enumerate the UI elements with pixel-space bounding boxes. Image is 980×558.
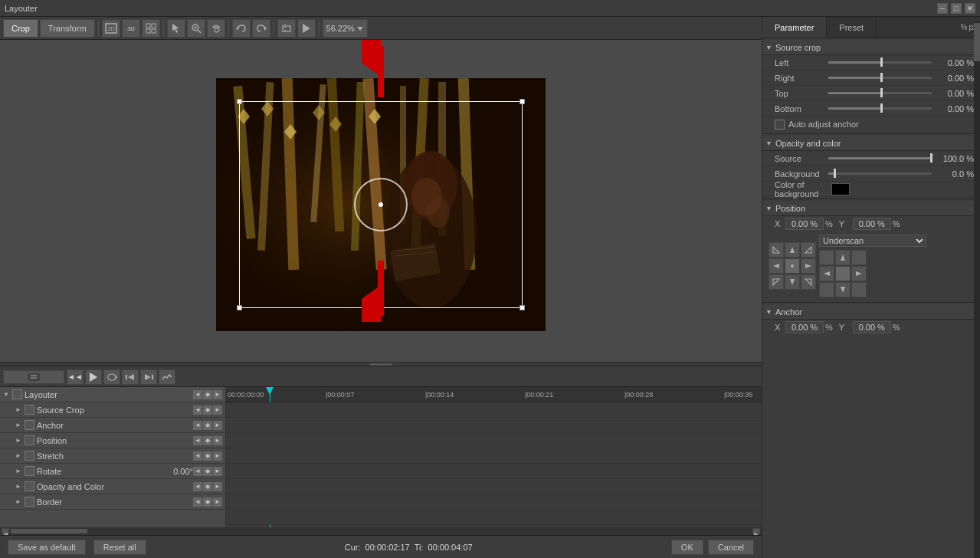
underscan-select[interactable]: Underscan <box>819 235 926 247</box>
auto-adjust-checkbox[interactable] <box>775 120 785 130</box>
layer-ctrl-sc-r[interactable]: ► <box>213 405 222 415</box>
scroll-thumb[interactable] <box>11 529 87 533</box>
expand-icon-pos[interactable]: ► <box>15 437 23 444</box>
nav-tr[interactable] <box>801 242 816 258</box>
btn-loop[interactable] <box>103 369 120 385</box>
cancel-button[interactable]: Cancel <box>708 540 754 555</box>
nav-tl[interactable] <box>769 242 784 258</box>
reset-all-button[interactable]: Reset all <box>93 540 146 555</box>
layer-ctrl-anchor-r[interactable]: ► <box>213 421 222 430</box>
layer-ctrl-sc-l[interactable]: ◄ <box>193 405 202 415</box>
slider-right[interactable] <box>828 73 932 84</box>
right-scrollbar[interactable] <box>974 21 980 558</box>
scroll-right-btn[interactable] <box>752 528 760 534</box>
nav-bl[interactable] <box>769 274 784 290</box>
btn-undo[interactable] <box>232 19 251 38</box>
slider-source[interactable] <box>828 153 932 164</box>
layer-ctrl-sc-d[interactable]: ◆ <box>203 405 212 415</box>
nav-tc[interactable] <box>785 242 800 258</box>
layer-ctrl-left[interactable]: ◄ <box>193 390 202 399</box>
nav-center[interactable] <box>785 258 800 274</box>
section-anchor[interactable]: ▼ Anchor <box>762 304 980 320</box>
nav2-ml[interactable] <box>819 266 834 281</box>
layer-checkbox-rotate[interactable] <box>25 466 34 476</box>
tab-crop[interactable]: Crop <box>3 19 38 38</box>
nav-mr[interactable] <box>801 258 816 274</box>
layer-checkbox-layouter[interactable] <box>12 389 22 399</box>
nav-br[interactable] <box>801 274 816 290</box>
close-btn[interactable]: ✕ <box>965 3 975 14</box>
btn-next[interactable] <box>140 369 157 385</box>
layer-checkbox-anchor[interactable] <box>25 420 34 430</box>
layer-checkbox-border[interactable] <box>25 497 34 507</box>
pos-x-input[interactable] <box>785 218 824 230</box>
nav-ml[interactable] <box>769 258 784 274</box>
minimize-btn[interactable]: ─ <box>937 3 948 14</box>
inner-handle-tr[interactable] <box>519 99 525 104</box>
maximize-btn[interactable]: □ <box>951 3 962 14</box>
expand-icon-sc[interactable]: ► <box>15 406 23 413</box>
expand-icon-opacity[interactable]: ► <box>15 483 23 490</box>
expand-icon-stretch[interactable]: ► <box>15 452 23 459</box>
nav-bc[interactable] <box>785 274 800 290</box>
layer-ctrl-border-r[interactable]: ► <box>213 497 222 507</box>
layer-ctrl-anchor-d[interactable]: ◆ <box>203 421 212 430</box>
timeline-scrollbar[interactable] <box>0 527 762 535</box>
section-opacity-color[interactable]: ▼ Opacity and color <box>762 136 980 151</box>
btn-hand[interactable] <box>207 19 225 38</box>
inner-handle-tl[interactable] <box>237 99 242 104</box>
layer-ctrl-stretch-d[interactable]: ◆ <box>203 451 212 461</box>
scroll-left-btn[interactable] <box>2 528 9 534</box>
timeline-menu-icon[interactable] <box>27 373 41 382</box>
btn-2d[interactable]: 2D <box>102 19 120 38</box>
btn-3d[interactable]: 3D <box>122 19 140 38</box>
btn-grid[interactable] <box>142 19 160 38</box>
btn-select[interactable] <box>167 19 185 38</box>
btn-play-preview[interactable] <box>297 19 316 38</box>
layer-checkbox-stretch[interactable] <box>25 451 34 461</box>
btn-zoom[interactable] <box>187 19 205 38</box>
layer-ctrl-pos-r[interactable]: ► <box>213 436 222 445</box>
layer-checkbox-opacity[interactable] <box>25 481 34 491</box>
layer-ctrl-border-d[interactable]: ◆ <box>203 497 212 507</box>
btn-prev-keyframe[interactable]: ◄◄ <box>67 369 84 385</box>
btn-play[interactable] <box>85 369 102 385</box>
layer-ctrl-rotate-d[interactable]: ◆ <box>203 467 212 476</box>
tab-transform[interactable]: Transform <box>40 19 95 38</box>
layer-ctrl-anchor-l[interactable]: ◄ <box>193 421 202 430</box>
layer-checkbox-pos[interactable] <box>25 435 34 445</box>
slider-top[interactable] <box>828 88 932 99</box>
anchor-y-input[interactable] <box>853 321 891 333</box>
expand-icon-rotate[interactable]: ► <box>15 468 23 474</box>
zoom-control[interactable]: 56.22% <box>323 19 368 38</box>
inner-handle-bl[interactable] <box>237 305 242 310</box>
nav2-bl[interactable] <box>819 282 834 297</box>
layer-ctrl-opacity-r[interactable]: ► <box>213 482 222 491</box>
layer-ctrl-opacity-d[interactable]: ◆ <box>203 482 212 491</box>
section-source-crop[interactable]: ▼ Source crop <box>762 40 980 55</box>
expand-icon-border[interactable]: ► <box>15 498 23 505</box>
tab-preset[interactable]: Preset <box>827 17 877 38</box>
section-position[interactable]: ▼ Position <box>762 201 980 216</box>
nav2-center[interactable] <box>835 266 851 281</box>
layer-checkbox-sc[interactable] <box>25 405 34 415</box>
slider-left[interactable] <box>828 57 932 68</box>
inner-handle-br[interactable] <box>519 305 525 310</box>
nav2-tl[interactable] <box>819 250 834 265</box>
layer-ctrl-rotate-l[interactable]: ◄ <box>193 467 202 476</box>
layer-ctrl-pos-d[interactable]: ◆ <box>203 436 212 445</box>
layer-ctrl-opacity-l[interactable]: ◄ <box>193 482 202 491</box>
scroll-track[interactable] <box>11 529 751 533</box>
layer-ctrl-diamond[interactable]: ◆ <box>203 390 212 399</box>
nav2-tc[interactable] <box>835 250 851 265</box>
nav2-mr[interactable] <box>851 266 867 281</box>
nav2-br[interactable] <box>851 282 867 297</box>
slider-background[interactable] <box>828 169 932 179</box>
save-as-default-button[interactable]: Save as default <box>8 540 86 555</box>
expand-icon-anchor[interactable]: ► <box>15 422 23 428</box>
pos-y-input[interactable] <box>853 218 891 230</box>
tab-parameter[interactable]: Parameter <box>762 17 827 38</box>
color-bg-swatch[interactable] <box>831 183 850 195</box>
btn-redo[interactable] <box>252 19 270 38</box>
layer-ctrl-pos-l[interactable]: ◄ <box>193 436 202 445</box>
